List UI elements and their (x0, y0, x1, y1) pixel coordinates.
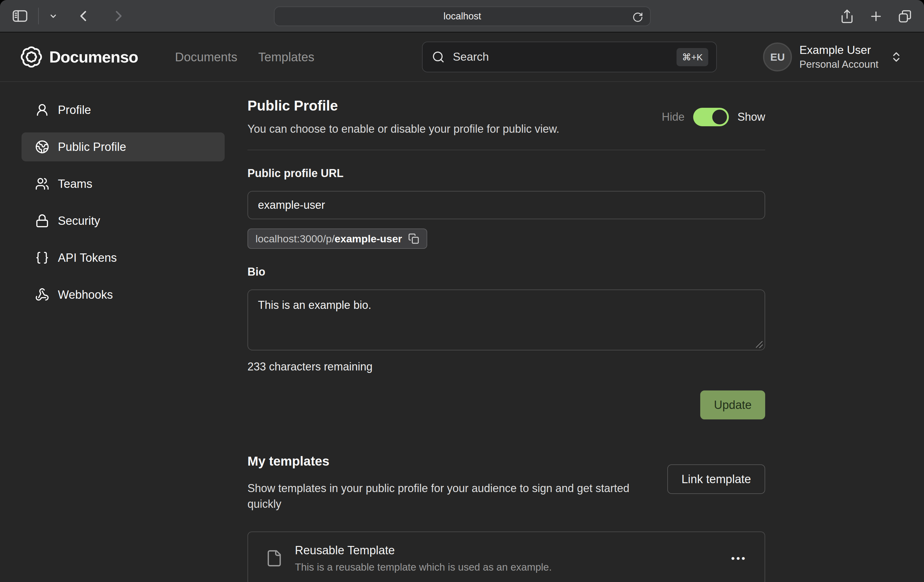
main-nav: Documents Templates (175, 50, 315, 64)
sidebar-item-label: Webhooks (58, 288, 113, 301)
documenso-rosette-icon (20, 45, 43, 69)
characters-remaining: 233 characters remaining (248, 360, 765, 373)
search-box[interactable]: ⌘+K (422, 41, 717, 72)
search-icon (432, 51, 445, 63)
search-shortcut-badge: ⌘+K (676, 48, 709, 66)
new-tab-icon[interactable] (869, 9, 883, 24)
profile-visibility-control: Hide Show (662, 108, 765, 126)
sidebar-item-teams[interactable]: Teams (21, 169, 225, 198)
bio-textarea[interactable]: This is an example bio. (248, 289, 765, 351)
template-description: This is a reusable template which is use… (295, 561, 552, 573)
page-subtitle: You can choose to enable or disable your… (248, 122, 559, 136)
bio-field-wrapper: This is an example bio. (248, 278, 765, 352)
user-icon (35, 103, 49, 117)
sidebar-item-public-profile[interactable]: Public Profile (21, 132, 225, 161)
search-input[interactable] (453, 51, 676, 63)
my-templates-description: Show templates in your public profile fo… (248, 480, 654, 512)
users-icon (35, 177, 49, 191)
browser-window: localhost Documen (0, 0, 924, 582)
chevron-down-icon[interactable] (48, 11, 58, 21)
public-profile-url-label: Public profile URL (248, 167, 765, 180)
page-title: Public Profile (248, 97, 559, 114)
update-button[interactable]: Update (700, 390, 765, 419)
hide-label: Hide (662, 111, 685, 124)
public-url-slug: example-user (335, 233, 402, 245)
sidebar-item-label: Profile (58, 104, 91, 117)
browser-toolbar: localhost (0, 0, 924, 33)
nav-documents[interactable]: Documents (175, 50, 237, 64)
visibility-toggle[interactable] (693, 108, 729, 126)
brand-name: Documenso (49, 48, 138, 66)
refresh-icon[interactable] (632, 12, 643, 23)
sidebar-item-security[interactable]: Security (21, 206, 225, 235)
public-url-copy-pill[interactable]: localhost:3000/p/example-user (248, 228, 427, 249)
settings-sidebar: Profile Public Profile Teams Security (0, 82, 225, 582)
chevrons-up-down-icon (890, 51, 903, 63)
sidebar-item-profile[interactable]: Profile (21, 96, 225, 124)
account-type: Personal Account (799, 58, 878, 70)
my-templates-title: My templates (248, 454, 654, 469)
sidebar-item-webhooks[interactable]: Webhooks (21, 280, 225, 309)
template-options-menu[interactable]: ••• (731, 553, 747, 564)
user-menu[interactable]: EU Example User Personal Account (763, 43, 903, 71)
toolbar-divider (38, 8, 39, 24)
template-card: Reusable Template This is a reusable tem… (248, 531, 765, 582)
documenso-logo[interactable]: Documenso (20, 45, 138, 69)
share-icon[interactable] (840, 9, 855, 24)
tab-overview-icon[interactable] (898, 9, 912, 24)
sidebar-item-label: Security (58, 214, 100, 228)
address-bar-url: localhost (444, 11, 481, 22)
user-name: Example User (799, 44, 878, 57)
sidebar-item-label: Teams (58, 177, 92, 191)
braces-icon (35, 251, 49, 265)
public-profile-url-input[interactable] (248, 191, 765, 219)
bio-label: Bio (248, 265, 765, 278)
globe-icon (35, 140, 49, 154)
sidebar-toggle-icon[interactable] (11, 7, 29, 25)
public-url-prefix: localhost:3000/p/ (256, 233, 335, 245)
section-divider (248, 150, 765, 150)
back-icon[interactable] (76, 8, 92, 24)
lock-icon (35, 214, 49, 228)
copy-icon[interactable] (408, 233, 419, 244)
file-icon (265, 549, 283, 567)
webhook-icon (35, 288, 49, 302)
show-label: Show (738, 111, 765, 124)
sidebar-item-api-tokens[interactable]: API Tokens (21, 243, 225, 272)
public-profile-settings: Public Profile You can choose to enable … (248, 82, 765, 582)
sidebar-item-label: API Tokens (58, 251, 117, 265)
address-bar[interactable]: localhost (274, 7, 651, 26)
sidebar-item-label: Public Profile (58, 141, 126, 154)
toggle-knob (712, 110, 727, 124)
nav-templates[interactable]: Templates (258, 50, 314, 64)
forward-icon[interactable] (110, 8, 126, 24)
template-title: Reusable Template (295, 544, 552, 557)
link-template-button[interactable]: Link template (667, 465, 765, 494)
app-header: Documenso Documents Templates ⌘+K EU Exa… (0, 33, 924, 82)
avatar: EU (763, 43, 792, 71)
